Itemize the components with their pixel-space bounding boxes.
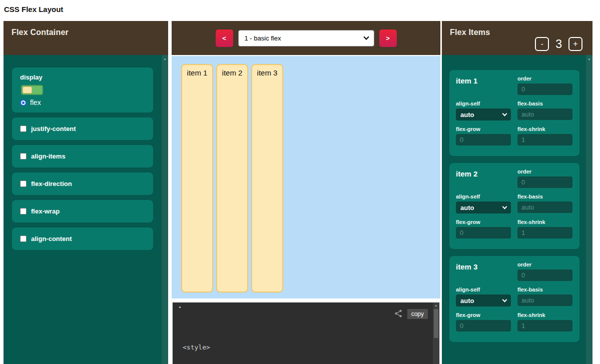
order-label: order <box>517 168 572 174</box>
flex-items-panel: Flex Items - 3 + item 1 order align-self… <box>442 21 592 364</box>
code-cursor-dot <box>179 306 181 308</box>
align-self-label: align-self <box>456 100 511 106</box>
scroll-up-icon[interactable]: ▲ <box>162 56 168 62</box>
item-1-flex-grow-input[interactable] <box>456 134 511 146</box>
item-1-card: item 1 order align-self auto flex-basis <box>449 70 579 156</box>
item-3-flex-grow-input[interactable] <box>456 320 511 332</box>
flex-container-body: display flex justify-content align-items <box>4 55 168 364</box>
flex-shrink-label: flex-shrink <box>517 219 572 225</box>
item-3-card-title: item 3 <box>456 262 511 281</box>
scroll-up-icon[interactable]: ▲ <box>433 304 439 307</box>
item-1-align-self-select[interactable]: auto <box>456 108 511 120</box>
code-panel: copy <style> .flex-container { display: … <box>172 302 440 364</box>
align-content-checkbox[interactable] <box>20 236 27 242</box>
display-flex-radio-label: flex <box>30 98 41 106</box>
item-2-align-self-select[interactable]: auto <box>456 202 511 214</box>
item-1-flex-shrink-input[interactable] <box>517 134 572 146</box>
item-2-flex-basis-input[interactable] <box>517 202 572 213</box>
justify-content-label: justify-content <box>31 125 76 132</box>
flex-grow-label: flex-grow <box>456 219 511 225</box>
flex-wrap-checkbox[interactable] <box>20 208 27 214</box>
flex-grow-label: flex-grow <box>456 126 511 132</box>
align-self-label: align-self <box>456 194 511 200</box>
right-panel-scrollbar[interactable]: ▲ <box>586 55 592 364</box>
property-card-align-items[interactable]: align-items <box>12 145 153 168</box>
flex-item-3: item 3 <box>251 64 283 292</box>
item-2-flex-shrink-input[interactable] <box>517 227 572 238</box>
flex-container-panel: Flex Container display flex justify-cont… <box>4 21 168 364</box>
item-counter: - 3 + <box>535 37 582 51</box>
item-3-card: item 3 order align-self auto flex-basis <box>449 256 579 342</box>
flex-shrink-label: flex-shrink <box>517 312 572 318</box>
flex-wrap-label: flex-wrap <box>31 208 60 215</box>
item-2-card-title: item 2 <box>456 168 511 188</box>
item-2-order-input[interactable] <box>517 176 572 188</box>
justify-content-checkbox[interactable] <box>20 126 27 132</box>
item-2-flex-grow-input[interactable] <box>456 227 511 238</box>
scroll-up-icon[interactable]: ▲ <box>586 56 592 62</box>
copy-button[interactable]: copy <box>407 309 428 319</box>
order-label: order <box>517 262 572 268</box>
item-3-flex-shrink-input[interactable] <box>517 320 572 332</box>
property-card-align-content[interactable]: align-content <box>12 228 153 250</box>
display-toggle[interactable] <box>21 85 43 95</box>
code-scrollbar-thumb[interactable] <box>434 309 438 338</box>
add-item-button[interactable]: + <box>568 37 582 51</box>
item-3-flex-basis-input[interactable] <box>517 294 572 306</box>
flex-preview-container: item 1 item 2 item 3 <box>172 56 440 298</box>
share-icon[interactable] <box>394 309 403 318</box>
align-content-label: align-content <box>31 235 72 242</box>
example-select-wrap: 1 - basic flex <box>238 30 374 46</box>
flex-direction-checkbox[interactable] <box>20 180 27 187</box>
property-card-justify-content[interactable]: justify-content <box>12 118 153 140</box>
code-scrollbar[interactable]: ▲ <box>433 302 439 364</box>
align-items-checkbox[interactable] <box>20 153 27 160</box>
code-line: <style> <box>183 342 257 352</box>
property-card-flex-wrap[interactable]: flex-wrap <box>12 200 153 222</box>
item-1-order-input[interactable] <box>517 84 572 95</box>
flex-item-1: item 1 <box>181 64 213 292</box>
align-self-label: align-self <box>456 286 511 292</box>
flex-basis-label: flex-basis <box>517 286 572 292</box>
css-code-block: <style> .flex-container { display: flex; <box>183 324 257 364</box>
flex-items-header: Flex Items - 3 + <box>442 21 592 55</box>
prev-example-button[interactable]: < <box>216 30 233 47</box>
align-items-label: align-items <box>31 152 66 160</box>
item-3-order-input[interactable] <box>517 270 572 281</box>
remove-item-button[interactable]: - <box>535 37 549 51</box>
property-card-flex-direction[interactable]: flex-direction <box>12 172 153 195</box>
flex-basis-label: flex-basis <box>517 194 572 200</box>
item-1-card-title: item 1 <box>456 76 511 95</box>
display-toggle-knob <box>23 86 32 94</box>
flex-item-2: item 2 <box>216 64 248 292</box>
page-title: CSS Flex Layout <box>4 5 63 14</box>
flex-items-body: item 1 order align-self auto flex-basis <box>442 55 592 364</box>
flex-container-header: Flex Container <box>4 21 168 55</box>
next-example-button[interactable]: > <box>379 30 397 47</box>
flex-direction-label: flex-direction <box>31 180 72 188</box>
example-nav-bar: < 1 - basic flex > <box>172 21 440 55</box>
item-count: 3 <box>555 38 562 51</box>
item-3-align-self-select[interactable]: auto <box>456 294 511 306</box>
flex-grow-label: flex-grow <box>456 312 511 318</box>
flex-items-title: Flex Items <box>450 28 490 37</box>
item-2-card: item 2 order align-self auto flex-basis <box>449 163 579 249</box>
display-label: display <box>20 74 145 81</box>
item-1-flex-basis-input[interactable] <box>517 108 572 120</box>
order-label: order <box>517 76 572 82</box>
example-select[interactable]: 1 - basic flex <box>238 30 374 46</box>
flex-shrink-label: flex-shrink <box>517 126 572 132</box>
display-flex-radio[interactable] <box>20 100 27 106</box>
left-panel-scrollbar[interactable]: ▲ <box>162 55 168 364</box>
flex-basis-label: flex-basis <box>517 100 572 106</box>
display-card: display flex <box>12 68 153 112</box>
flex-container-title: Flex Container <box>12 28 69 37</box>
